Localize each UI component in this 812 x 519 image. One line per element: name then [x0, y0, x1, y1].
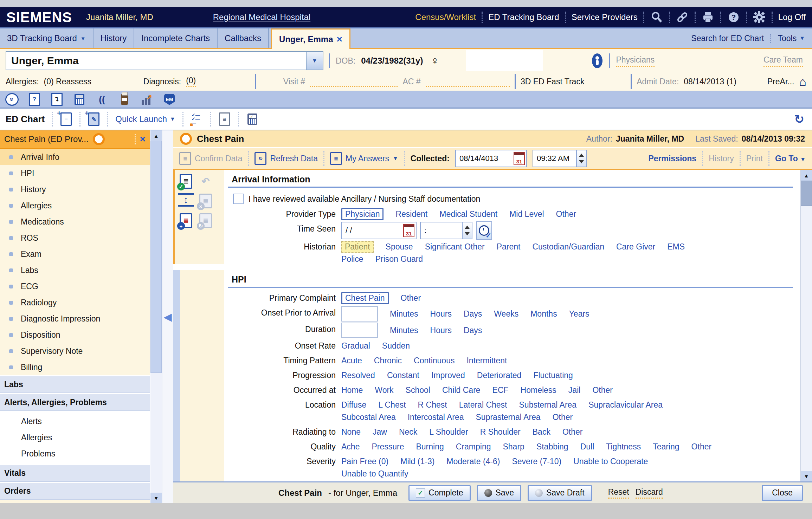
- complete-button[interactable]: ✓Complete: [408, 485, 470, 501]
- option-hours[interactable]: Hours: [430, 309, 452, 319]
- option-suprasternal-area[interactable]: Suprasternal Area: [476, 413, 541, 422]
- scrollbar-thumb[interactable]: [150, 141, 162, 373]
- search-icon[interactable]: [650, 11, 663, 24]
- sidebar-item-diagnostic-impression[interactable]: Diagnostic Impression: [0, 311, 150, 327]
- document-scrollbar[interactable]: ▲ ▼: [800, 170, 812, 481]
- option-diffuse[interactable]: Diffuse: [341, 400, 366, 410]
- sidebar-item-radiology[interactable]: Radiology: [0, 294, 150, 311]
- option-school[interactable]: School: [406, 385, 430, 395]
- scroll-up-icon[interactable]: ▲: [150, 130, 162, 141]
- scroll-down-icon[interactable]: ▼: [801, 471, 812, 481]
- tab-unger-emma[interactable]: Unger, Emma×: [271, 28, 350, 49]
- spinner-down-icon[interactable]: [465, 232, 470, 235]
- option-custodian-guardian[interactable]: Custodian/Guardian: [532, 242, 604, 252]
- sidebar-item-exam[interactable]: Exam: [0, 246, 150, 262]
- hospital-link[interactable]: Regional Medical Hospital: [213, 12, 310, 22]
- option-unable-to-quantify[interactable]: Unable to Quantify: [341, 469, 408, 479]
- ancillary-review-checkbox[interactable]: [233, 194, 244, 204]
- option-pain-free-0[interactable]: Pain Free (0): [341, 457, 388, 466]
- option-months[interactable]: Months: [530, 309, 557, 319]
- option-moderate-4-6[interactable]: Moderate (4-6): [446, 457, 500, 466]
- time-spinner[interactable]: [462, 222, 472, 239]
- census-chart-icon[interactable]: ↗: [141, 93, 153, 106]
- option-hours[interactable]: Hours: [430, 326, 452, 335]
- option-other[interactable]: Other: [556, 209, 576, 219]
- option-sudden[interactable]: Sudden: [382, 341, 410, 351]
- sidebar-section-labs[interactable]: Labs: [0, 375, 150, 393]
- option-gradual[interactable]: Gradual: [341, 341, 370, 351]
- option-other[interactable]: Other: [592, 385, 613, 395]
- option-ems[interactable]: EMS: [667, 242, 685, 252]
- signature-pad-icon[interactable]: ⟋: [246, 113, 259, 125]
- chart-note-icon[interactable]: ?: [28, 93, 41, 106]
- scrollbar-thumb[interactable]: [801, 181, 812, 206]
- close-icon[interactable]: ×: [140, 134, 146, 145]
- sidebar-section-orders[interactable]: Orders: [0, 482, 150, 500]
- input-onset-prior-to-arrival[interactable]: [341, 306, 378, 322]
- confirm-data-button[interactable]: ≣Confirm Data: [179, 152, 242, 165]
- option-spouse[interactable]: Spouse: [386, 242, 413, 252]
- log-off-button[interactable]: Log Off: [778, 12, 806, 22]
- scroll-up-icon[interactable]: ▲: [801, 170, 812, 181]
- option-intermittent[interactable]: Intermittent: [466, 356, 507, 365]
- print-link[interactable]: Print: [746, 154, 763, 163]
- option-minutes[interactable]: Minutes: [390, 326, 418, 335]
- goto-menu[interactable]: Go To ▼: [775, 154, 806, 163]
- dictation-icon[interactable]: ((: [96, 93, 108, 106]
- sidebar-item-alerts[interactable]: Alerts: [0, 413, 150, 429]
- save-button[interactable]: Save: [477, 485, 521, 501]
- option-child-care[interactable]: Child Care: [442, 385, 481, 395]
- option-cramping[interactable]: Cramping: [456, 442, 491, 452]
- sidebar-section-vitals[interactable]: Vitals: [0, 464, 150, 482]
- option-care-giver[interactable]: Care Giver: [616, 242, 655, 252]
- calendar-icon[interactable]: 31: [514, 152, 525, 165]
- option-constant[interactable]: Constant: [387, 371, 419, 380]
- collapse-all-icon[interactable]: »: [6, 93, 18, 106]
- option-chronic[interactable]: Chronic: [374, 356, 402, 365]
- option-intercostal-area[interactable]: Intercostal Area: [408, 413, 464, 422]
- sidebar-item-labs[interactable]: Labs: [0, 262, 150, 278]
- home-icon[interactable]: ⌂: [799, 76, 806, 87]
- option-substernal-area[interactable]: Substernal Area: [519, 400, 577, 410]
- option-back[interactable]: Back: [533, 427, 550, 437]
- collapse-sidebar-icon[interactable]: ◀: [163, 311, 172, 323]
- option-severe-7-10[interactable]: Severe (7-10): [512, 457, 561, 466]
- history-link[interactable]: History: [709, 154, 734, 163]
- physicians-link[interactable]: Physicians: [616, 55, 655, 67]
- discard-link[interactable]: Discard: [636, 487, 663, 499]
- allergies-value[interactable]: (0) Reassess: [44, 77, 91, 86]
- new-order-icon[interactable]: +✎: [88, 113, 100, 125]
- prearrival-label[interactable]: PreAr...: [767, 77, 794, 86]
- option-ecf[interactable]: ECF: [492, 385, 509, 395]
- sidebar-item-ros[interactable]: ROS: [0, 230, 150, 246]
- option-none[interactable]: None: [341, 427, 361, 437]
- close-icon[interactable]: ×: [337, 36, 342, 43]
- patient-dropdown-button[interactable]: ▼: [306, 52, 323, 70]
- option-improved[interactable]: Improved: [431, 371, 465, 380]
- sidebar-item-allergies[interactable]: Allergies: [0, 197, 150, 214]
- option-deteriorated[interactable]: Deteriorated: [477, 371, 522, 380]
- gear-icon[interactable]: [753, 11, 766, 24]
- tools-menu[interactable]: Tools▼: [778, 34, 805, 43]
- option-l-chest[interactable]: L Chest: [378, 400, 406, 410]
- collected-time-input[interactable]: 09:32 AM: [533, 150, 587, 167]
- option-l-shoulder[interactable]: L Shoulder: [429, 427, 468, 437]
- sidebar-item-history[interactable]: History: [0, 181, 150, 197]
- option-homeless[interactable]: Homeless: [521, 385, 556, 395]
- option-stabbing[interactable]: Stabbing: [536, 442, 568, 452]
- permissions-link[interactable]: Permissions: [648, 154, 696, 163]
- option-work[interactable]: Work: [375, 385, 393, 395]
- medications-icon[interactable]: [118, 93, 131, 106]
- reset-link[interactable]: Reset: [608, 487, 629, 499]
- option-tightness[interactable]: Tightness: [606, 442, 641, 452]
- option-mild-1-3[interactable]: Mild (1-3): [400, 457, 434, 466]
- tab-history[interactable]: History: [94, 28, 135, 48]
- option-pressure[interactable]: Pressure: [372, 442, 404, 452]
- option-other[interactable]: Other: [401, 293, 421, 303]
- collected-date-input[interactable]: 08/14/4013 31: [455, 150, 527, 167]
- sidebar-item-allergies[interactable]: Allergies: [0, 429, 150, 446]
- option-patient[interactable]: Patient: [341, 241, 374, 253]
- patient-combobox[interactable]: Unger, Emma ▼: [6, 51, 323, 70]
- split-view-icon[interactable]: ↕: [178, 193, 194, 207]
- patient-flow-icon[interactable]: ⮧: [51, 93, 63, 106]
